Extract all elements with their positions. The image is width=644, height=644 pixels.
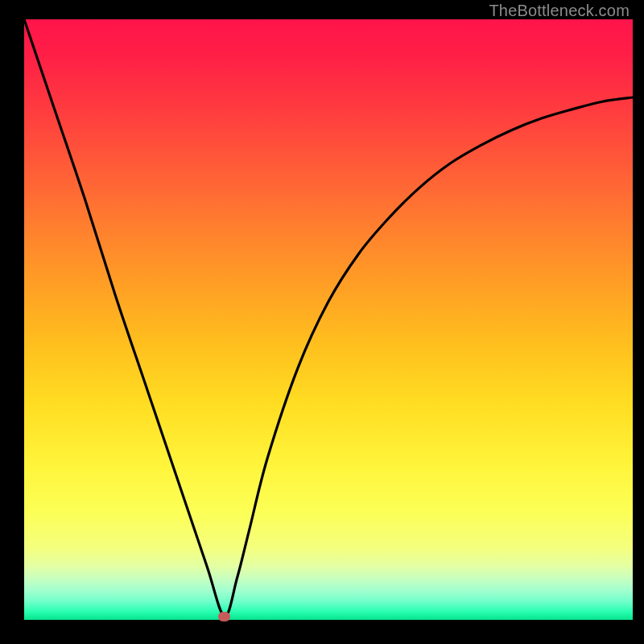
minimum-marker [218, 612, 230, 621]
attribution-text: TheBottleneck.com [489, 2, 630, 20]
bottleneck-curve [24, 19, 633, 617]
curve-svg [24, 19, 633, 620]
plot-area [24, 19, 633, 620]
